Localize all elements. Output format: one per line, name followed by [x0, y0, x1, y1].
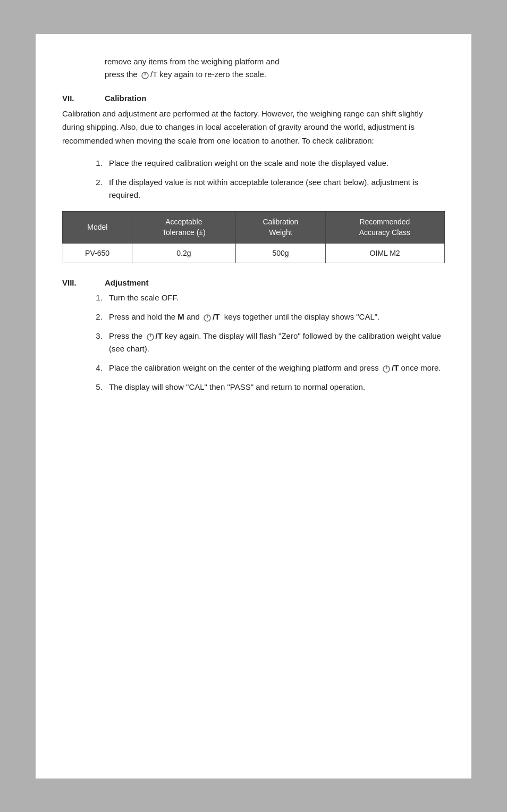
power-icon-intro [140, 70, 150, 80]
power-icon-step3 [146, 332, 155, 341]
section-viii-title: Adjustment [105, 278, 149, 287]
intro-line2: press the [105, 70, 138, 79]
table-header-accuracy: RecommendedAccuracy Class [325, 212, 444, 244]
t-key-step4: /T [392, 363, 399, 372]
power-icon-step4 [382, 364, 391, 373]
adjustment-step-2: Press and hold the M and /T keys togethe… [105, 311, 445, 323]
section-vii-heading: VII. Calibration [62, 94, 445, 103]
table-cell-model: PV-650 [63, 244, 132, 263]
adjustment-steps: Turn the scale OFF. Press and hold the M… [62, 291, 445, 394]
section-vii-title: Calibration [105, 94, 146, 103]
step2-suffix: keys together until the display shows "C… [224, 312, 379, 321]
intro-line2b: /T key again to re-zero the scale. [150, 70, 266, 79]
table-row: PV-650 0.2g 500g OIML M2 [63, 244, 444, 263]
table-cell-cal-weight: 500g [236, 244, 326, 263]
calibration-step-1: Place the required calibration weight on… [105, 157, 445, 170]
section-viii-heading: VIII. Adjustment [62, 278, 445, 287]
adjustment-step-3: Press the /T key again. The display will… [105, 330, 445, 355]
t-key-step2: /T [213, 312, 219, 321]
power-icon-step2 [202, 313, 212, 322]
t-key-step3: /T [156, 331, 163, 340]
page-container: remove any items from the weighing platf… [36, 34, 471, 778]
table-header-weight: CalibrationWeight [236, 212, 326, 244]
adjustment-step-4: Place the calibration weight on the cent… [105, 362, 445, 374]
m-key-label: M [178, 312, 184, 321]
step4-suffix: once more. [401, 363, 441, 372]
adjustment-step-5: The display will show "CAL" then "PASS" … [105, 381, 445, 394]
table-cell-accuracy-class: OIML M2 [325, 244, 444, 263]
adjustment-step-1: Turn the scale OFF. [105, 291, 445, 304]
section-vii-body: Calibration and adjustment are performed… [62, 107, 445, 148]
table-cell-tolerance: 0.2g [132, 244, 236, 263]
calibration-step-2: If the displayed value is not within acc… [105, 176, 445, 202]
intro-text: remove any items from the weighing platf… [62, 55, 445, 81]
section-viii-number: VIII. [62, 278, 89, 287]
calibration-steps: Place the required calibration weight on… [62, 157, 445, 202]
section-vii-number: VII. [62, 94, 89, 103]
table-header-tolerance: AcceptableTolerance (±) [132, 212, 236, 244]
intro-line1: remove any items from the weighing platf… [105, 57, 279, 66]
step2-and: and [187, 312, 200, 321]
table-header-model: Model [63, 212, 132, 244]
calibration-table: Model AcceptableTolerance (±) Calibratio… [62, 211, 445, 263]
